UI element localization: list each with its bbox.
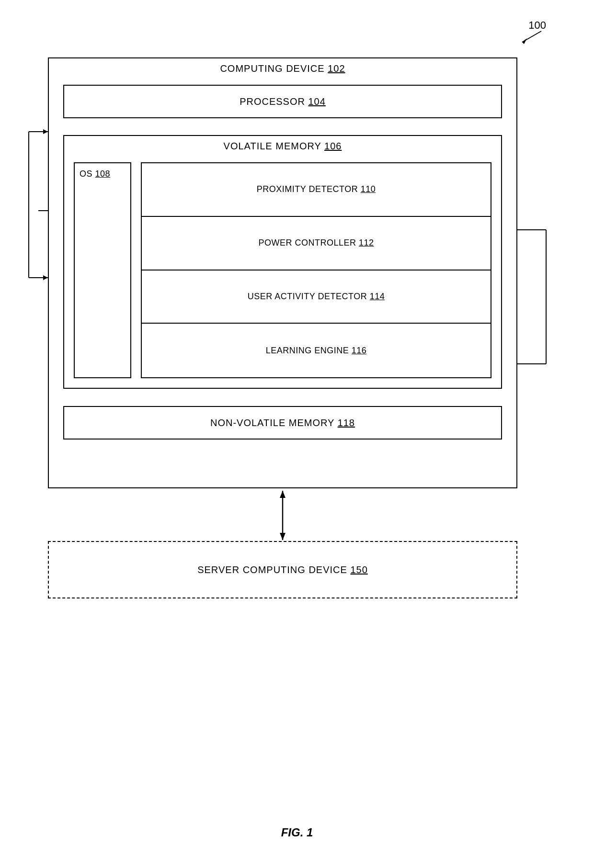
- power-controller-label: POWER CONTROLLER 112: [258, 238, 374, 248]
- proximity-detector-row: PROXIMITY DETECTOR 110: [142, 163, 491, 217]
- power-controller-row: POWER CONTROLLER 112: [142, 217, 491, 271]
- server-device-ref: 150: [350, 564, 367, 575]
- non-volatile-ref: 118: [338, 417, 355, 428]
- figure-label: FIG. 1: [0, 826, 594, 839]
- volatile-memory-text: VOLATILE MEMORY: [224, 141, 321, 151]
- volatile-memory-ref: 106: [324, 141, 342, 151]
- non-volatile-memory-box: NON-VOLATILE MEMORY 118: [63, 406, 502, 440]
- proximity-detector-label: PROXIMITY DETECTOR 110: [257, 184, 376, 194]
- processor-box: PROCESSOR 104: [63, 85, 502, 118]
- svg-marker-16: [280, 533, 286, 540]
- svg-marker-4: [43, 129, 48, 134]
- volatile-memory-label: VOLATILE MEMORY 106: [64, 141, 501, 152]
- non-volatile-memory-label: NON-VOLATILE MEMORY 118: [210, 417, 355, 428]
- os-label: OS 108: [80, 169, 110, 179]
- os-ref: 108: [95, 169, 111, 179]
- os-box: OS 108: [74, 162, 131, 378]
- user-activity-detector-label: USER ACTIVITY DETECTOR 114: [248, 292, 385, 302]
- processor-text: PROCESSOR: [240, 96, 305, 107]
- svg-marker-8: [43, 275, 48, 280]
- server-device-label: SERVER COMPUTING DEVICE 150: [197, 564, 368, 575]
- learning-engine-label: LEARNING ENGINE 116: [266, 346, 367, 356]
- ref-100-label: 100: [528, 19, 546, 32]
- user-activity-detector-row: USER ACTIVITY DETECTOR 114: [142, 271, 491, 324]
- svg-line-0: [522, 31, 541, 42]
- server-device-text: SERVER COMPUTING DEVICE: [197, 564, 347, 575]
- svg-marker-1: [522, 38, 527, 44]
- server-device-box: SERVER COMPUTING DEVICE 150: [48, 541, 517, 598]
- processor-ref: 104: [308, 96, 326, 107]
- volatile-memory-box: VOLATILE MEMORY 106 OS 108 PROXIMITY DET…: [63, 135, 502, 389]
- computing-device-box: COMPUTING DEVICE 102 PROCESSOR 104 VOLAT…: [48, 57, 517, 488]
- computing-device-label: COMPUTING DEVICE 102: [49, 63, 516, 74]
- os-text: OS: [80, 169, 92, 179]
- learning-engine-row: LEARNING ENGINE 116: [142, 324, 491, 377]
- svg-marker-15: [280, 491, 286, 498]
- modules-box: PROXIMITY DETECTOR 110 POWER CONTROLLER …: [141, 162, 491, 378]
- processor-label: PROCESSOR 104: [240, 96, 326, 107]
- non-volatile-text: NON-VOLATILE MEMORY: [210, 417, 334, 428]
- computing-device-ref: 102: [328, 63, 345, 74]
- computing-device-text: COMPUTING DEVICE: [220, 63, 324, 74]
